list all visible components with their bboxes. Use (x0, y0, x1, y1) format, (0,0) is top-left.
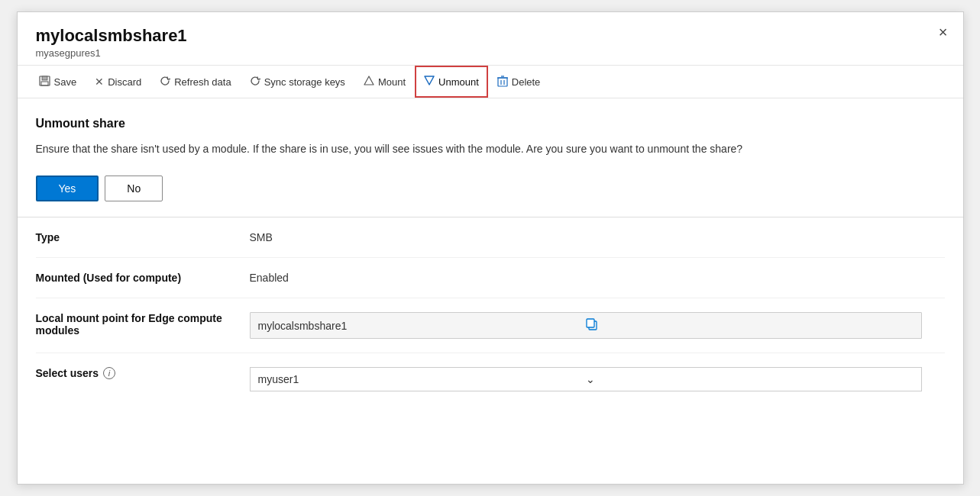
delete-label: Delete (512, 76, 541, 88)
toolbar: Save ✕ Discard Refresh data Sync stora (18, 65, 963, 98)
svg-rect-11 (587, 319, 594, 327)
no-button[interactable]: No (105, 176, 163, 201)
confirm-description: Ensure that the share isn't used by a mo… (36, 141, 876, 157)
sync-label: Sync storage keys (264, 76, 345, 88)
discard-icon: ✕ (95, 76, 104, 88)
type-label: Type (36, 231, 250, 243)
refresh-icon (160, 76, 170, 89)
save-button[interactable]: Save (30, 66, 86, 98)
discard-button[interactable]: ✕ Discard (86, 66, 150, 98)
users-dropdown[interactable]: myuser1 ⌄ (250, 367, 922, 391)
panel-header: mylocalsmbshare1 myasegpures1 (18, 12, 963, 65)
mount-icon (364, 76, 374, 88)
save-label: Save (54, 76, 77, 88)
chevron-down-icon: ⌄ (586, 373, 914, 385)
sync-icon (250, 76, 260, 89)
mountpoint-label: Local mount point for Edge compute modul… (36, 312, 250, 337)
copy-icon[interactable] (586, 318, 914, 333)
detail-row-mounted: Mounted (Used for compute) Enabled (36, 258, 945, 298)
mount-button[interactable]: Mount (354, 66, 415, 98)
mount-label: Mount (378, 76, 406, 88)
detail-row-mountpoint: Local mount point for Edge compute modul… (36, 298, 945, 353)
users-value: myuser1 ⌄ (250, 367, 945, 391)
yes-button[interactable]: Yes (36, 176, 99, 201)
mountpoint-value: mylocalsmbshare1 (250, 312, 945, 339)
type-value: SMB (250, 231, 945, 243)
unmount-icon (424, 76, 435, 88)
refresh-button[interactable]: Refresh data (150, 66, 240, 98)
mountpoint-input: mylocalsmbshare1 (250, 312, 922, 339)
confirm-buttons: Yes No (36, 176, 945, 201)
delete-icon (497, 75, 508, 89)
delete-button[interactable]: Delete (488, 66, 550, 98)
panel-title: mylocalsmbshare1 (36, 26, 945, 46)
discard-label: Discard (108, 76, 141, 88)
mounted-label: Mounted (Used for compute) (36, 272, 250, 284)
confirm-section: Unmount share Ensure that the share isn'… (18, 98, 963, 217)
save-icon (39, 76, 50, 89)
confirm-title: Unmount share (36, 117, 945, 130)
unmount-button[interactable]: Unmount (415, 66, 488, 98)
main-panel: mylocalsmbshare1 myasegpures1 × Save ✕ D… (17, 11, 964, 485)
details-section: Type SMB Mounted (Used for compute) Enab… (18, 217, 963, 405)
svg-marker-3 (364, 76, 374, 85)
users-label: Select users i (36, 367, 250, 379)
unmount-label: Unmount (438, 76, 479, 88)
close-button[interactable]: × (939, 24, 948, 40)
svg-rect-5 (498, 78, 507, 86)
panel-subtitle: myasegpures1 (36, 47, 945, 59)
detail-row-users: Select users i myuser1 ⌄ (36, 353, 945, 405)
sync-button[interactable]: Sync storage keys (241, 66, 354, 98)
svg-rect-1 (42, 76, 47, 80)
svg-marker-4 (425, 76, 434, 85)
svg-rect-2 (41, 82, 48, 85)
refresh-label: Refresh data (174, 76, 231, 88)
detail-row-type: Type SMB (36, 217, 945, 258)
info-icon[interactable]: i (103, 367, 115, 379)
mounted-value: Enabled (250, 272, 945, 284)
